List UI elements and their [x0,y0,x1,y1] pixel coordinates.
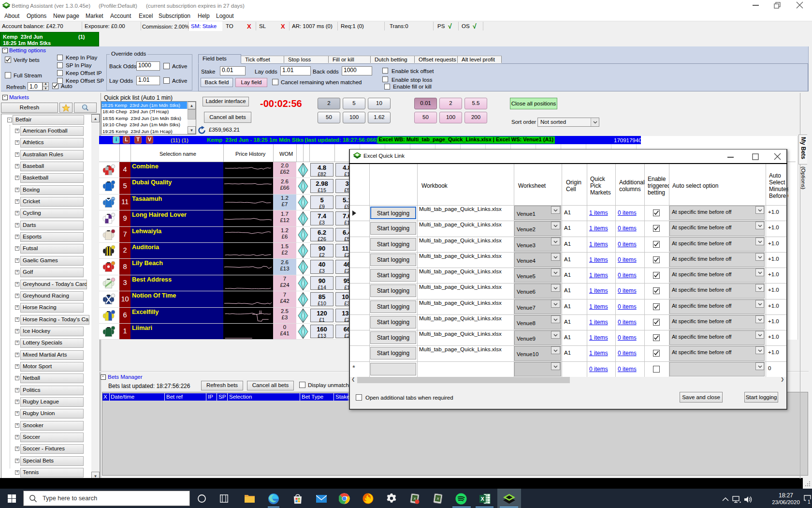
svg-text:X: X [481,496,485,502]
